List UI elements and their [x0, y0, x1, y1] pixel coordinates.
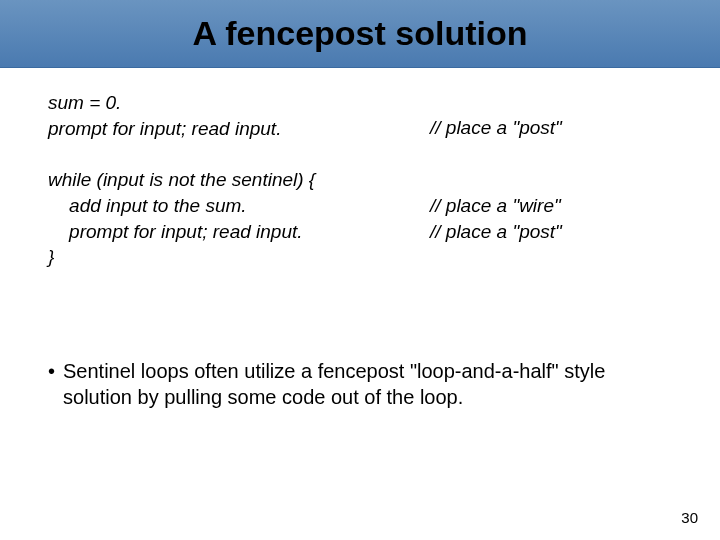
code-comment: // place a "post" [430, 219, 562, 245]
bullet-text: Sentinel loops often utilize a fencepost… [63, 358, 672, 410]
code-text: while (input is not the sentinel) { [48, 167, 315, 193]
bullet-item: • Sentinel loops often utilize a fencepo… [48, 358, 672, 410]
content-area: sum = 0. prompt for input; read input. /… [0, 68, 720, 410]
code-line: add input to the sum. [48, 193, 672, 219]
bullet-marker: • [48, 358, 63, 410]
bullet-section: • Sentinel loops often utilize a fencepo… [48, 358, 672, 410]
code-comment: // place a "wire" [430, 193, 561, 219]
code-text: } [48, 244, 54, 270]
code-line: } [48, 244, 672, 270]
code-text: prompt for input; read input. [48, 219, 303, 245]
code-line: while (input is not the sentinel) { [48, 167, 672, 193]
code-comment: // place a "post" [430, 115, 562, 141]
code-blank-line [48, 141, 672, 167]
pseudocode-block: sum = 0. prompt for input; read input. /… [48, 90, 672, 270]
code-line: sum = 0. [48, 90, 672, 116]
title-bar: A fencepost solution [0, 0, 720, 68]
code-text: add input to the sum. [48, 193, 247, 219]
code-text: prompt for input; read input. [48, 116, 281, 142]
code-text: sum = 0. [48, 90, 121, 116]
code-line: prompt for input; read input. [48, 116, 672, 142]
code-line: prompt for input; read input. [48, 219, 672, 245]
slide-title: A fencepost solution [193, 14, 528, 53]
page-number: 30 [681, 509, 698, 526]
